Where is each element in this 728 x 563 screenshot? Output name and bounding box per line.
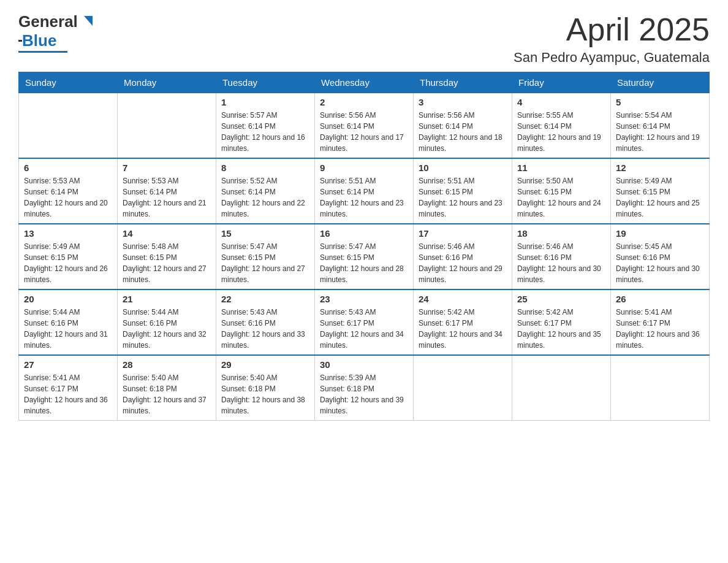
sunset-text: Sunset: 6:16 PM [24,319,78,327]
daylight-text: Daylight: 12 hours and 22 minutes. [221,199,305,218]
day-info: Sunrise: 5:43 AMSunset: 6:17 PMDaylight:… [320,307,408,351]
sunrise-text: Sunrise: 5:46 AM [419,242,474,251]
sunrise-text: Sunrise: 5:44 AM [123,308,178,316]
sunset-text: Sunset: 6:14 PM [24,188,78,196]
daylight-text: Daylight: 12 hours and 16 minutes. [221,133,305,153]
sunrise-text: Sunrise: 5:46 AM [517,242,573,251]
sunrise-text: Sunrise: 5:49 AM [24,242,80,251]
day-number: 9 [320,163,408,173]
day-number: 10 [419,163,507,173]
weekday-header-row: Sunday Monday Tuesday Wednesday Thursday… [19,72,710,93]
day-number: 22 [221,294,309,304]
table-row: 8Sunrise: 5:52 AMSunset: 6:14 PMDaylight… [216,158,315,224]
header-friday: Friday [512,72,611,93]
daylight-text: Daylight: 12 hours and 37 minutes. [123,396,207,415]
day-number: 14 [123,228,211,239]
day-info: Sunrise: 5:50 AMSunset: 6:15 PMDaylight:… [517,175,605,220]
daylight-text: Daylight: 12 hours and 24 minutes. [517,199,601,218]
day-info: Sunrise: 5:48 AMSunset: 6:15 PMDaylight:… [123,241,211,285]
table-row: 17Sunrise: 5:46 AMSunset: 6:16 PMDayligh… [414,224,512,289]
day-number: 20 [24,294,112,304]
sunrise-text: Sunrise: 5:49 AM [616,177,672,185]
header-saturday: Saturday [611,72,710,93]
day-info: Sunrise: 5:47 AMSunset: 6:15 PMDaylight:… [320,241,408,285]
sunset-text: Sunset: 6:14 PM [419,122,473,131]
location-title: San Pedro Ayampuc, Guatemala [514,50,710,66]
sunset-text: Sunset: 6:14 PM [616,122,670,131]
day-info: Sunrise: 5:49 AMSunset: 6:15 PMDaylight:… [616,175,704,220]
sunrise-text: Sunrise: 5:52 AM [221,177,277,185]
table-row [118,93,216,159]
daylight-text: Daylight: 12 hours and 36 minutes. [616,330,700,350]
day-info: Sunrise: 5:40 AMSunset: 6:18 PMDaylight:… [221,372,309,416]
daylight-text: Daylight: 12 hours and 18 minutes. [419,133,502,153]
table-row: 6Sunrise: 5:53 AMSunset: 6:14 PMDaylight… [19,158,118,224]
day-number: 26 [616,294,704,304]
sunrise-text: Sunrise: 5:50 AM [517,177,573,185]
sunset-text: Sunset: 6:15 PM [123,253,177,262]
day-info: Sunrise: 5:43 AMSunset: 6:16 PMDaylight:… [221,307,309,351]
sunrise-text: Sunrise: 5:55 AM [517,111,573,120]
table-row: 30Sunrise: 5:39 AMSunset: 6:18 PMDayligh… [315,355,414,421]
logo-blue-text: Blue [22,31,56,50]
day-info: Sunrise: 5:45 AMSunset: 6:16 PMDaylight:… [616,241,704,285]
table-row: 25Sunrise: 5:42 AMSunset: 6:17 PMDayligh… [512,289,611,355]
sunset-text: Sunset: 6:14 PM [517,122,572,131]
table-row [414,355,512,421]
sunset-text: Sunset: 6:18 PM [123,385,177,393]
daylight-text: Daylight: 12 hours and 26 minutes. [24,264,108,284]
daylight-text: Daylight: 12 hours and 23 minutes. [320,199,404,218]
day-info: Sunrise: 5:51 AMSunset: 6:14 PMDaylight:… [320,175,408,220]
sunset-text: Sunset: 6:17 PM [517,319,572,327]
table-row: 14Sunrise: 5:48 AMSunset: 6:15 PMDayligh… [118,224,216,289]
day-number: 6 [24,163,112,173]
day-info: Sunrise: 5:40 AMSunset: 6:18 PMDaylight:… [123,372,211,416]
daylight-text: Daylight: 12 hours and 29 minutes. [419,264,502,284]
day-number: 29 [221,359,309,370]
daylight-text: Daylight: 12 hours and 19 minutes. [616,133,700,153]
table-row: 24Sunrise: 5:42 AMSunset: 6:17 PMDayligh… [414,289,512,355]
calendar-week-row: 20Sunrise: 5:44 AMSunset: 6:16 PMDayligh… [19,289,710,355]
daylight-text: Daylight: 12 hours and 34 minutes. [320,330,404,350]
calendar-week-row: 1Sunrise: 5:57 AMSunset: 6:14 PMDaylight… [19,93,710,159]
title-section: April 2025 San Pedro Ayampuc, Guatemala [514,12,710,66]
day-info: Sunrise: 5:44 AMSunset: 6:16 PMDaylight:… [24,307,112,351]
sunset-text: Sunset: 6:15 PM [24,253,78,262]
sunset-text: Sunset: 6:16 PM [123,319,177,327]
table-row: 3Sunrise: 5:56 AMSunset: 6:14 PMDaylight… [414,93,512,159]
calendar-week-row: 27Sunrise: 5:41 AMSunset: 6:17 PMDayligh… [19,355,710,421]
table-row: 4Sunrise: 5:55 AMSunset: 6:14 PMDaylight… [512,93,611,159]
day-number: 8 [221,163,309,173]
day-info: Sunrise: 5:42 AMSunset: 6:17 PMDaylight:… [517,307,605,351]
header-tuesday: Tuesday [216,72,315,93]
day-number: 28 [123,359,211,370]
sunrise-text: Sunrise: 5:41 AM [24,373,80,382]
daylight-text: Daylight: 12 hours and 30 minutes. [517,264,601,284]
day-number: 18 [517,228,605,239]
sunset-text: Sunset: 6:18 PM [320,385,374,393]
header-wednesday: Wednesday [315,72,414,93]
daylight-text: Daylight: 12 hours and 19 minutes. [517,133,601,153]
daylight-text: Daylight: 12 hours and 17 minutes. [320,133,404,153]
daylight-text: Daylight: 12 hours and 35 minutes. [517,330,601,350]
sunrise-text: Sunrise: 5:43 AM [221,308,277,316]
daylight-text: Daylight: 12 hours and 32 minutes. [123,330,207,350]
table-row: 7Sunrise: 5:53 AMSunset: 6:14 PMDaylight… [118,158,216,224]
sunrise-text: Sunrise: 5:57 AM [221,111,277,120]
table-row: 18Sunrise: 5:46 AMSunset: 6:16 PMDayligh… [512,224,611,289]
sunset-text: Sunset: 6:14 PM [320,122,374,131]
calendar-week-row: 6Sunrise: 5:53 AMSunset: 6:14 PMDaylight… [19,158,710,224]
daylight-text: Daylight: 12 hours and 25 minutes. [616,199,700,218]
table-row: 21Sunrise: 5:44 AMSunset: 6:16 PMDayligh… [118,289,216,355]
table-row: 28Sunrise: 5:40 AMSunset: 6:18 PMDayligh… [118,355,216,421]
day-number: 2 [320,97,408,107]
sunrise-text: Sunrise: 5:41 AM [616,308,672,316]
table-row: 20Sunrise: 5:44 AMSunset: 6:16 PMDayligh… [19,289,118,355]
daylight-text: Daylight: 12 hours and 27 minutes. [221,264,305,284]
daylight-text: Daylight: 12 hours and 27 minutes. [123,264,207,284]
day-info: Sunrise: 5:53 AMSunset: 6:14 PMDaylight:… [123,175,211,220]
sunset-text: Sunset: 6:16 PM [616,253,670,262]
sunrise-text: Sunrise: 5:47 AM [320,242,376,251]
table-row: 15Sunrise: 5:47 AMSunset: 6:15 PMDayligh… [216,224,315,289]
day-number: 4 [517,97,605,107]
